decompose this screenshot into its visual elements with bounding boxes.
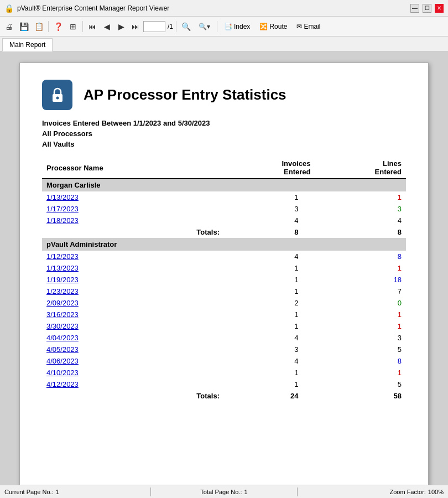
row-lines: 5: [315, 344, 407, 355]
row-date[interactable]: 3/30/2023: [42, 320, 224, 332]
index-button[interactable]: 📑 Index: [220, 21, 254, 32]
row-date[interactable]: 1/18/2023: [42, 215, 224, 226]
date-link[interactable]: 4/04/2023: [46, 334, 79, 342]
date-link[interactable]: 1/23/2023: [46, 287, 79, 295]
section-name: Morgan Carlisle: [42, 179, 406, 192]
page-number-input[interactable]: 1: [143, 21, 165, 32]
row-date[interactable]: 1/13/2023: [42, 262, 224, 274]
route-button[interactable]: 🔀 Route: [256, 21, 291, 32]
row-date[interactable]: 4/06/2023: [42, 355, 224, 367]
zoom-button[interactable]: 🔍▾: [194, 20, 214, 33]
table-row: 1/13/2023 1 1: [42, 191, 406, 203]
route-icon: 🔀: [259, 23, 268, 30]
restore-button[interactable]: ☐: [423, 4, 431, 13]
date-link[interactable]: 4/06/2023: [46, 357, 79, 365]
row-invoices: 1: [224, 309, 315, 320]
row-date[interactable]: 1/19/2023: [42, 274, 224, 286]
save-button[interactable]: 💾: [17, 20, 30, 33]
report-logo: [42, 80, 72, 110]
nav-first-button[interactable]: ⏮: [86, 20, 99, 33]
row-invoices: 3: [224, 344, 315, 355]
row-invoices: 1: [224, 367, 315, 378]
date-link[interactable]: 1/13/2023: [46, 193, 79, 201]
row-date[interactable]: 1/23/2023: [42, 286, 224, 297]
date-link[interactable]: 4/05/2023: [46, 345, 79, 354]
help-button[interactable]: ❓: [51, 20, 65, 33]
design-button[interactable]: ⊞: [66, 20, 80, 33]
date-link[interactable]: 2/09/2023: [46, 299, 79, 307]
current-page-value: 1: [56, 489, 59, 495]
nav-last-button[interactable]: ⏭: [129, 20, 142, 33]
current-page-label: Current Page No.:: [4, 489, 54, 495]
totals-lines: 58: [315, 390, 407, 402]
route-label: Route: [269, 23, 287, 30]
row-lines: 7: [315, 286, 407, 297]
date-link[interactable]: 1/19/2023: [46, 276, 79, 284]
row-date[interactable]: 3/16/2023: [42, 309, 224, 320]
date-link[interactable]: 3/30/2023: [46, 322, 79, 330]
nav-next-button[interactable]: ▶: [114, 20, 128, 33]
copy-button[interactable]: 📋: [32, 20, 45, 33]
date-link[interactable]: 3/16/2023: [46, 310, 79, 319]
row-date[interactable]: 1/12/2023: [42, 251, 224, 262]
totals-label: Totals:: [42, 226, 224, 238]
toolbar: 🖨 💾 📋 ❓ ⊞ ⏮ ◀ ▶ ⏭ 1 /1 🔍 🔍▾ 📑 Index 🔀 Ro…: [0, 17, 448, 37]
row-date[interactable]: 4/04/2023: [42, 332, 224, 344]
table-row: 4/04/2023 4 3: [42, 332, 406, 344]
report-paper: AP Processor Entry Statistics Invoices E…: [19, 63, 429, 485]
table-row: 1/19/2023 1 18: [42, 274, 406, 286]
totals-lines: 8: [315, 226, 407, 238]
date-link[interactable]: 1/18/2023: [46, 216, 79, 225]
table-row: 4/05/2023 3 5: [42, 344, 406, 355]
row-invoices: 3: [224, 203, 315, 215]
date-link[interactable]: 1/12/2023: [46, 252, 79, 261]
totals-row: Totals: 24 58: [42, 390, 406, 402]
toolbar-separator-4: [217, 21, 217, 32]
index-icon: 📑: [224, 23, 232, 30]
row-date[interactable]: 1/17/2023: [42, 203, 224, 215]
totals-invoices: 24: [224, 390, 315, 402]
index-label: Index: [234, 23, 250, 30]
report-area[interactable]: AP Processor Entry Statistics Invoices E…: [0, 51, 448, 485]
row-date[interactable]: 4/05/2023: [42, 344, 224, 355]
row-lines: 1: [315, 262, 407, 274]
email-button[interactable]: ✉ Email: [293, 21, 324, 32]
row-invoices: 1: [224, 286, 315, 297]
row-lines: 8: [315, 251, 407, 262]
totals-invoices: 8: [224, 226, 315, 238]
date-link[interactable]: 1/17/2023: [46, 205, 79, 213]
row-invoices: 1: [224, 274, 315, 286]
row-date[interactable]: 2/09/2023: [42, 297, 224, 309]
row-invoices: 1: [224, 191, 315, 203]
col-header-name: Processor Name: [42, 157, 224, 179]
title-bar: 🔒 pVault® Enterprise Content Manager Rep…: [0, 0, 448, 17]
find-button[interactable]: 🔍: [179, 20, 192, 33]
row-date[interactable]: 4/10/2023: [42, 367, 224, 378]
totals-row: Totals: 8 8: [42, 226, 406, 238]
status-zoom: Zoom Factor: 100%: [298, 489, 444, 495]
totals-label: Totals:: [42, 390, 224, 402]
print-button[interactable]: 🖨: [2, 20, 15, 33]
status-current-page: Current Page No.: 1: [4, 489, 150, 495]
toolbar-separator-1: [48, 21, 49, 32]
table-row: 1/12/2023 4 8: [42, 251, 406, 262]
row-invoices: 1: [224, 262, 315, 274]
email-label: Email: [304, 23, 320, 30]
report-subtitle-processors: All Processors: [42, 129, 406, 138]
toolbar-separator-2: [82, 21, 83, 32]
tab-main-report[interactable]: Main Report: [2, 38, 53, 51]
date-link[interactable]: 1/13/2023: [46, 264, 79, 272]
row-lines: 18: [315, 274, 407, 286]
date-link[interactable]: 4/10/2023: [46, 369, 79, 377]
row-date[interactable]: 4/12/2023: [42, 378, 224, 390]
section-header-row: Morgan Carlisle: [42, 179, 406, 192]
minimize-button[interactable]: —: [410, 4, 419, 13]
col-header-invoices: InvoicesEntered: [224, 157, 315, 179]
nav-prev-button[interactable]: ◀: [100, 20, 113, 33]
close-button[interactable]: ✕: [435, 4, 444, 13]
tab-bar: Main Report: [0, 37, 448, 51]
row-date[interactable]: 1/13/2023: [42, 191, 224, 203]
date-link[interactable]: 4/12/2023: [46, 380, 79, 388]
row-invoices: 4: [224, 251, 315, 262]
window-title: pVault® Enterprise Content Manager Repor…: [17, 4, 169, 12]
